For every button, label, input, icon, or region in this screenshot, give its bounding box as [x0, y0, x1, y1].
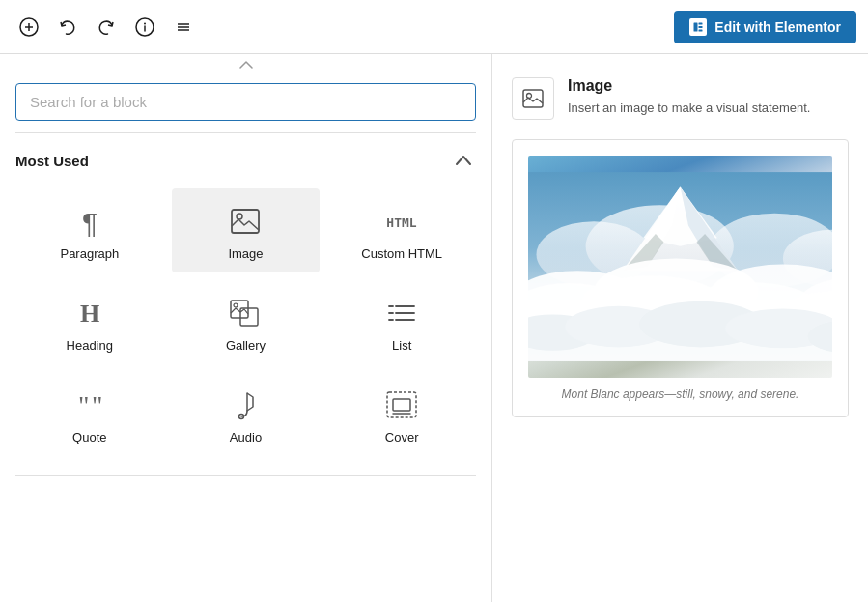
block-item-heading[interactable]: H Heading: [15, 280, 164, 364]
cover-label: Cover: [385, 430, 419, 444]
bottom-divider: [15, 475, 476, 476]
right-panel: Image Insert an image to make a visual s…: [492, 54, 868, 602]
svg-text:HTML: HTML: [387, 215, 417, 230]
html-icon: HTML: [378, 204, 426, 239]
add-button[interactable]: [12, 10, 46, 44]
svg-rect-31: [393, 399, 410, 411]
block-item-cover[interactable]: Cover: [327, 372, 476, 456]
block-info: Image Insert an image to make a visual s…: [512, 77, 849, 120]
search-input[interactable]: [15, 83, 476, 121]
svg-point-15: [237, 214, 242, 219]
block-item-gallery[interactable]: Gallery: [172, 280, 321, 364]
preview-image: [528, 156, 832, 378]
svg-text:": ": [78, 391, 89, 418]
svg-point-19: [234, 303, 238, 307]
svg-rect-18: [231, 301, 248, 318]
preview-caption: Mont Blanc appears—still, snowy, and ser…: [528, 387, 832, 401]
audio-label: Audio: [230, 430, 262, 444]
block-item-paragraph[interactable]: ¶ Paragraph: [15, 188, 164, 272]
gallery-icon: [230, 296, 261, 330]
block-grid: ¶ Paragraph Image: [0, 181, 491, 472]
block-preview-icon: [512, 77, 554, 120]
quote-label: Quote: [72, 430, 106, 444]
undo-button[interactable]: [50, 10, 85, 44]
block-info-text: Image Insert an image to make a visual s…: [568, 77, 810, 118]
image-label: Image: [228, 246, 263, 261]
preview-card: Mont Blanc appears—still, snowy, and ser…: [512, 139, 849, 417]
elementor-icon: [689, 18, 707, 36]
block-item-image[interactable]: Image: [172, 188, 321, 272]
elementor-button[interactable]: Edit with Elementor: [674, 11, 856, 43]
block-item-audio[interactable]: Audio: [172, 372, 321, 456]
block-info-description: Insert an image to make a visual stateme…: [568, 99, 810, 118]
audio-icon: [232, 387, 259, 422]
section-collapse-button[interactable]: [451, 149, 476, 173]
paragraph-icon: ¶: [76, 204, 103, 239]
svg-rect-9: [694, 22, 698, 31]
svg-text:H: H: [80, 300, 99, 328]
list-icon: [387, 296, 416, 330]
main-area: Most Used ¶ Paragraph: [0, 54, 868, 602]
svg-point-5: [144, 22, 146, 24]
paragraph-label: Paragraph: [60, 246, 119, 261]
svg-rect-10: [699, 22, 703, 24]
block-item-custom-html[interactable]: HTML Custom HTML: [327, 188, 476, 272]
image-icon: [231, 204, 260, 239]
svg-rect-12: [699, 29, 703, 31]
svg-rect-11: [699, 26, 703, 28]
quote-icon: " ": [74, 387, 105, 422]
menu-button[interactable]: [166, 10, 201, 44]
svg-text:": ": [92, 391, 102, 418]
block-info-name: Image: [568, 77, 810, 95]
redo-button[interactable]: [89, 10, 124, 44]
svg-rect-33: [523, 90, 543, 107]
custom-html-label: Custom HTML: [361, 246, 442, 261]
left-panel: Most Used ¶ Paragraph: [0, 54, 492, 602]
heading-icon: H: [75, 296, 104, 330]
block-item-quote[interactable]: " " Quote: [15, 372, 164, 456]
most-used-header: Most Used: [0, 137, 491, 181]
panel-collapse[interactable]: [0, 54, 491, 72]
cover-icon: [386, 387, 417, 422]
svg-point-34: [527, 94, 532, 99]
info-button[interactable]: [127, 10, 162, 44]
gallery-label: Gallery: [226, 338, 266, 353]
heading-label: Heading: [67, 338, 113, 353]
search-divider: [15, 132, 476, 133]
search-container: [0, 72, 491, 129]
block-item-list[interactable]: List: [327, 280, 476, 364]
svg-text:¶: ¶: [82, 207, 98, 237]
most-used-title: Most Used: [15, 153, 89, 169]
toolbar: Edit with Elementor: [0, 0, 868, 54]
elementor-label: Edit with Elementor: [714, 19, 841, 35]
list-label: List: [392, 338, 411, 353]
